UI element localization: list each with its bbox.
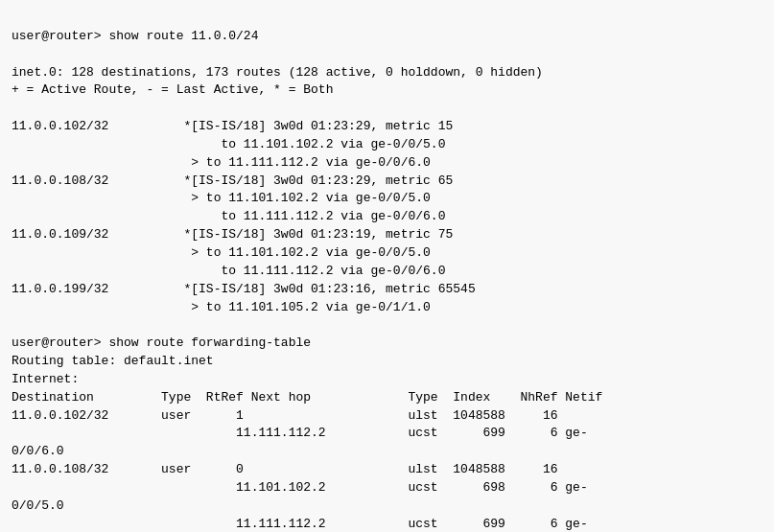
terminal-output: user@router> show route 11.0.0/24 inet.0…: [0, 0, 774, 532]
terminal-line: 11.0.0.108/32 *[IS-IS/18] 3w0d 01:23:29,…: [12, 173, 762, 191]
terminal-line: > to 11.101.102.2 via ge-0/0/5.0: [12, 244, 762, 263]
terminal-line: > to 11.111.112.2 via ge-0/0/6.0: [12, 154, 762, 173]
terminal-line: inet.0: 128 destinations, 173 routes (12…: [12, 64, 762, 82]
terminal-line: 11.0.0.102/32 user 1 ulst 1048588 16: [12, 407, 762, 426]
terminal-line: 11.111.112.2 ucst 699 6 ge-: [12, 425, 762, 443]
terminal-line: 11.101.102.2 ucst 698 6 ge-: [12, 479, 762, 497]
terminal-line: [12, 46, 762, 64]
terminal-line: to 11.101.102.2 via ge-0/0/5.0: [12, 136, 762, 154]
terminal-line: user@router> show route forwarding-table: [12, 335, 762, 353]
terminal-line: [12, 316, 762, 335]
terminal-line: Internet:: [12, 371, 762, 389]
terminal-line: + = Active Route, - = Last Active, * = B…: [12, 81, 762, 100]
terminal-line: 11.0.0.102/32 *[IS-IS/18] 3w0d 01:23:29,…: [12, 118, 762, 136]
terminal-line: to 11.111.112.2 via ge-0/0/6.0: [12, 208, 762, 226]
terminal-line: 11.0.0.108/32 user 0 ulst 1048588 16: [12, 461, 762, 479]
terminal-line: 11.111.112.2 ucst 699 6 ge-: [12, 516, 762, 532]
terminal-line: user@router> show route 11.0.0/24: [12, 28, 762, 46]
terminal-line: > to 11.101.102.2 via ge-0/0/5.0: [12, 190, 762, 208]
terminal-line: Destination Type RtRef Next hop Type Ind…: [12, 389, 762, 407]
terminal-line: 11.0.0.199/32 *[IS-IS/18] 3w0d 01:23:16,…: [12, 281, 762, 299]
terminal-line: > to 11.101.105.2 via ge-0/1/1.0: [12, 299, 762, 317]
terminal-line: 0/0/6.0: [12, 443, 762, 461]
terminal-line: 11.0.0.109/32 *[IS-IS/18] 3w0d 01:23:19,…: [12, 226, 762, 244]
terminal-line: Routing table: default.inet: [12, 353, 762, 371]
terminal-line: [12, 100, 762, 118]
terminal-line: to 11.111.112.2 via ge-0/0/6.0: [12, 263, 762, 281]
terminal-line: 0/0/5.0: [12, 497, 762, 516]
